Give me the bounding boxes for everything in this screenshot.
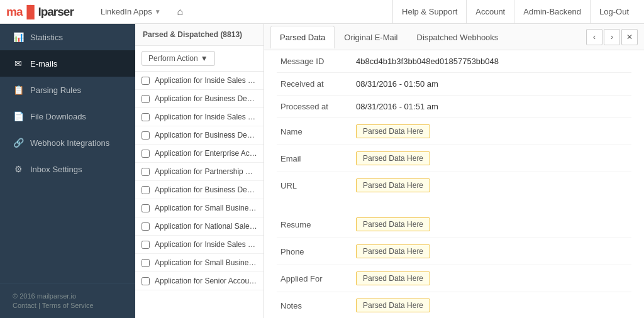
terms-link[interactable]: Terms of Service	[42, 302, 94, 309]
email-row-text: Application for Small Business...	[155, 258, 257, 267]
field-label: URL	[277, 172, 352, 199]
detail-table: Message ID 4b8cd4b1b3f3bb048ed01857753bb…	[277, 50, 631, 318]
webhook-icon: 🔗	[13, 138, 24, 148]
tab-next-button[interactable]: ›	[604, 29, 620, 45]
sidebar: 📊 Statistics ✉ E-mails 📋 Parsing Rules 📄…	[0, 24, 135, 318]
field-value: Parsed Data Here	[352, 292, 631, 319]
email-list-item[interactable]: Application for Senior Account...	[135, 272, 264, 290]
home-icon: ⌂	[177, 6, 184, 18]
email-row-text: Application for Inside Sales fro...	[155, 240, 257, 249]
sidebar-item-inbox-settings[interactable]: ⚙ Inbox Settings	[0, 156, 135, 182]
email-checkbox[interactable]	[142, 186, 150, 194]
file-downloads-icon: 📄	[13, 111, 24, 121]
statistics-icon: 📊	[13, 32, 24, 42]
field-label: Resume	[277, 211, 352, 238]
email-list-item[interactable]: Application for Business Deve...	[135, 126, 264, 145]
sidebar-footer: © 2016 mailparser.io Contact | Terms of …	[0, 283, 135, 318]
sidebar-item-emails[interactable]: ✉ E-mails	[0, 50, 135, 77]
parsing-rules-icon: 📋	[13, 85, 24, 95]
field-value: Parsed Data Here	[352, 211, 631, 238]
parsed-badge: Parsed Data Here	[356, 271, 430, 285]
tab-original-email[interactable]: Original E-Mail	[335, 26, 407, 48]
email-list-item[interactable]: Application for National Sales ...	[135, 217, 264, 236]
email-checkbox[interactable]	[142, 204, 150, 212]
email-list-header: Parsed & Dispatched (8813)	[135, 24, 264, 46]
tab-dispatched-webhooks[interactable]: Dispatched Webhooks	[408, 26, 508, 48]
email-checkbox[interactable]	[142, 168, 150, 176]
sidebar-item-file-downloads[interactable]: 📄 File Downloads	[0, 103, 135, 129]
field-label: Phone	[277, 238, 352, 265]
nav-account[interactable]: Account	[466, 0, 514, 24]
dropdown-arrow-icon: ▼	[155, 8, 161, 15]
nav-logout[interactable]: Log-Out	[590, 0, 638, 24]
email-list-toolbar: Perform Action ▼	[135, 46, 264, 72]
sidebar-item-statistics[interactable]: 📊 Statistics	[0, 24, 135, 50]
field-value: 4b8cd4b1b3f3bb048ed01857753bb048	[352, 50, 631, 73]
detail-panel: Parsed Data Original E-Mail Dispatched W…	[264, 24, 644, 318]
field-value: 08/31/2016 - 01:50 am	[352, 73, 631, 96]
contact-link[interactable]: Contact	[13, 302, 36, 309]
email-checkbox[interactable]	[142, 131, 150, 140]
field-value: Parsed Data Here	[352, 238, 631, 265]
email-checkbox[interactable]	[142, 259, 150, 267]
email-checkbox[interactable]	[142, 150, 150, 158]
field-value: Parsed Data Here	[352, 265, 631, 292]
email-row-text: Application for Inside Sales fro...	[155, 76, 257, 85]
table-row: Applied For Parsed Data Here	[277, 265, 631, 292]
main-content: Parsed & Dispatched (8813) Perform Actio…	[135, 24, 644, 318]
field-label: Email	[277, 145, 352, 172]
email-row-text: Application for National Sales ...	[155, 222, 257, 231]
email-list-item[interactable]: Application for Enterprise Acc...	[135, 145, 264, 163]
field-label: Name	[277, 118, 352, 145]
email-list-item[interactable]: Application for Small Business...	[135, 254, 264, 272]
email-list-item[interactable]: Application for Small Business...	[135, 199, 264, 217]
logo: ma▐▌lparser	[6, 5, 82, 19]
email-list-item[interactable]: Application for Inside Sales fro...	[135, 108, 264, 126]
tab-parsed-data[interactable]: Parsed Data	[270, 26, 335, 48]
table-row: Message ID 4b8cd4b1b3f3bb048ed01857753bb…	[277, 50, 631, 73]
body-wrap: 📊 Statistics ✉ E-mails 📋 Parsing Rules 📄…	[0, 24, 644, 318]
email-checkbox[interactable]	[142, 113, 150, 121]
field-value: Parsed Data Here	[352, 145, 631, 172]
detail-body: Message ID 4b8cd4b1b3f3bb048ed01857753bb…	[264, 50, 644, 318]
email-checkbox[interactable]	[142, 222, 150, 231]
email-row-text: Application for Business Deve...	[155, 131, 257, 140]
parsed-badge: Parsed Data Here	[356, 244, 430, 258]
email-list-item[interactable]: Application for Inside Sales fro...	[135, 236, 264, 254]
email-list-item[interactable]: Application for Inside Sales fro...	[135, 72, 264, 90]
email-checkbox[interactable]	[142, 241, 150, 249]
email-checkbox[interactable]	[142, 277, 150, 285]
nav-linkedin-apps[interactable]: LinkedIn Apps ▼	[94, 0, 167, 24]
detail-tabs: Parsed Data Original E-Mail Dispatched W…	[264, 24, 644, 50]
email-list-item[interactable]: Application for Business Deve...	[135, 181, 264, 199]
nav-help-support[interactable]: Help & Support	[392, 0, 466, 24]
field-label: Applied For	[277, 265, 352, 292]
parsed-badge: Parsed Data Here	[356, 124, 430, 138]
tab-close-button[interactable]: ✕	[621, 29, 638, 45]
field-value: Parsed Data Here	[352, 118, 631, 145]
sidebar-item-webhook-integrations[interactable]: 🔗 Webhook Integrations	[0, 129, 135, 156]
parsed-badge: Parsed Data Here	[356, 217, 430, 231]
parsed-badge: Parsed Data Here	[356, 151, 430, 165]
top-nav: ma▐▌lparser LinkedIn Apps ▼ ⌂ Help & Sup…	[0, 0, 644, 24]
table-row: Received at 08/31/2016 - 01:50 am	[277, 73, 631, 96]
perform-action-button[interactable]: Perform Action ▼	[142, 51, 215, 66]
email-checkbox[interactable]	[142, 95, 150, 103]
inbox-settings-icon: ⚙	[13, 164, 24, 174]
email-checkbox[interactable]	[142, 77, 150, 85]
table-row: Notes Parsed Data Here	[277, 292, 631, 319]
email-list-item[interactable]: Application for Partnership Sa...	[135, 163, 264, 181]
parsed-badge: Parsed Data Here	[356, 178, 430, 192]
field-label: Received at	[277, 73, 352, 96]
nav-home[interactable]: ⌂	[171, 0, 190, 24]
table-row: Resume Parsed Data Here	[277, 211, 631, 238]
perform-action-dropdown-arrow: ▼	[201, 54, 208, 63]
email-list-items: Application for Inside Sales fro... Appl…	[135, 72, 264, 318]
right-nav: Help & Support Account Admin-Backend Log…	[392, 0, 638, 24]
email-list-item[interactable]: Application for Business Deve...	[135, 90, 264, 108]
tab-nav-controls: ‹ › ✕	[586, 29, 638, 45]
nav-admin-backend[interactable]: Admin-Backend	[514, 0, 590, 24]
tab-prev-button[interactable]: ‹	[586, 29, 602, 45]
table-row: Processed at 08/31/2016 - 01:51 am	[277, 96, 631, 118]
sidebar-item-parsing-rules[interactable]: 📋 Parsing Rules	[0, 77, 135, 103]
